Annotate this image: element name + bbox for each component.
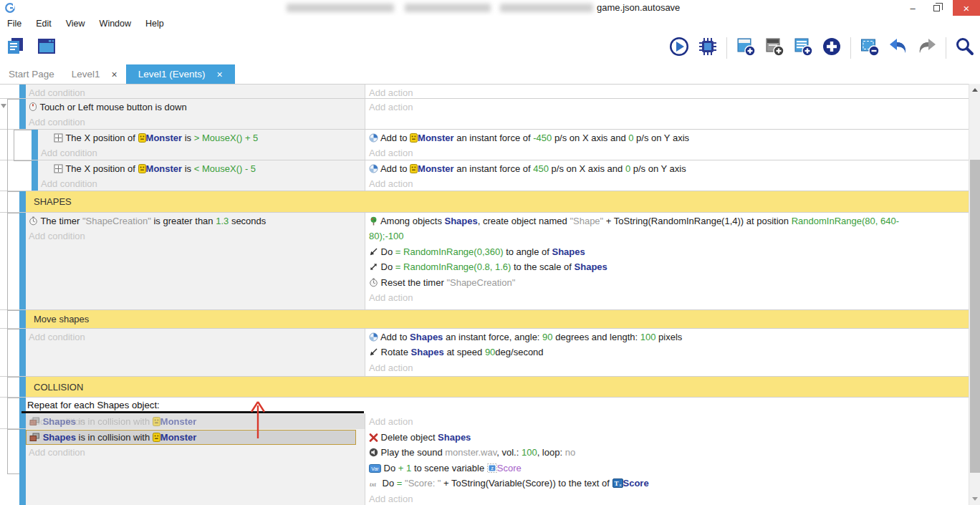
text-segment: p/s on Y axis (633, 133, 689, 143)
menu-edit[interactable]: Edit (29, 16, 59, 32)
add-condition-button[interactable]: Add condition (38, 145, 365, 160)
placeholder-label: Add action (369, 362, 413, 373)
add-condition-button[interactable]: Add condition (26, 229, 365, 244)
menu-file[interactable]: File (0, 16, 29, 32)
event-bar[interactable] (19, 377, 26, 397)
text-segment: Add to (378, 163, 410, 174)
event-bar[interactable] (19, 329, 26, 376)
add-event-button[interactable] (734, 36, 758, 60)
vertical-scrollbar[interactable] (969, 84, 980, 505)
tab-close-icon[interactable]: × (217, 69, 223, 80)
event-bar[interactable] (19, 99, 26, 129)
add-action-button[interactable]: Add action (365, 176, 969, 191)
action-line[interactable]: Among objects Shapes, create object name… (365, 213, 969, 229)
condition-line-selected[interactable]: Shapes is in collision with Monster (26, 430, 356, 445)
add-other-event-button[interactable] (820, 36, 844, 60)
triangle-down-icon (972, 497, 978, 501)
event-bar[interactable] (19, 213, 26, 309)
text-segment: Play the sound (378, 447, 445, 458)
event-bar[interactable] (19, 310, 26, 328)
scroll-up-button[interactable] (969, 84, 980, 96)
action-line[interactable]: Rotate Shapes at speed 90deg/second (365, 345, 969, 360)
event-bar[interactable] (32, 160, 38, 191)
search-button[interactable] (953, 36, 977, 60)
text-segment: is in collision with (76, 416, 153, 427)
scroll-down-button[interactable] (969, 493, 980, 505)
maximize-button[interactable] (926, 0, 947, 16)
add-comment-button[interactable] (791, 36, 815, 60)
group-header[interactable]: Move shapes (26, 310, 969, 328)
open-project-button[interactable] (4, 36, 29, 60)
group-header[interactable]: COLLISION (26, 377, 969, 397)
tab-close-icon[interactable]: × (112, 69, 117, 80)
condition-line[interactable]: The X position of Monster is > MouseX() … (38, 130, 365, 145)
undo-button[interactable] (886, 36, 911, 60)
add-subevent-button[interactable] (762, 36, 787, 60)
scene-editor-button[interactable] (34, 36, 59, 60)
action-line[interactable]: txt Do = "Score: " + ToString(Variable(S… (365, 476, 969, 491)
condition-line[interactable]: Touch or Left mouse button is down (26, 100, 365, 115)
add-action-button[interactable]: Add action (365, 491, 969, 505)
placeholder-label: Add condition (29, 117, 85, 128)
placeholder-label: Add action (369, 292, 413, 303)
text-segment: Score (623, 478, 649, 489)
redo-button[interactable] (915, 36, 939, 60)
tree-line (7, 473, 19, 474)
actions-cell: Delete object Shapes Play the sound mons… (365, 429, 969, 505)
close-button[interactable]: × (953, 0, 980, 16)
text-segment: , loop: (537, 447, 565, 458)
text-segment: Among objects (378, 216, 445, 226)
action-line[interactable]: 80);-100 (365, 229, 969, 244)
add-condition-button[interactable]: Add condition (26, 115, 365, 130)
tab-level1[interactable]: Level1× (63, 64, 126, 84)
event-gutter (0, 191, 19, 212)
add-action-button[interactable]: Add action (365, 100, 969, 115)
add-condition-button[interactable]: Add condition (38, 176, 365, 191)
action-line[interactable]: Add to Shapes an instant force, angle: 9… (365, 330, 969, 345)
monster-icon (410, 133, 418, 143)
redacted-title-text (500, 4, 593, 12)
condition-line[interactable]: The timer "ShapeCreation" is greater tha… (26, 213, 365, 229)
event-bar[interactable] (19, 429, 26, 505)
action-line[interactable]: Do = RandomInRange(0,360) to angle of Sh… (365, 244, 969, 259)
tab-start-page[interactable]: Start Page (0, 64, 63, 84)
preview-button[interactable] (667, 36, 691, 60)
add-action-button[interactable]: Add action (365, 414, 969, 429)
scrollbar-thumb[interactable] (970, 160, 980, 473)
add-action-button[interactable]: Add action (365, 290, 969, 305)
event-bar[interactable] (19, 85, 26, 98)
action-line[interactable]: Play the sound monster.wav, vol.: 100, l… (365, 445, 969, 460)
add-action-button[interactable]: Add action (365, 360, 969, 375)
text-segment: p/s on Y axis (630, 163, 686, 174)
menu-window[interactable]: Window (92, 16, 138, 32)
group-header[interactable]: SHAPES (26, 191, 969, 212)
tab-level1-events-[interactable]: Level1 (Events)× (126, 64, 235, 84)
add-condition-button[interactable]: Add condition (26, 445, 365, 460)
collapse-arrow-icon[interactable] (1, 104, 6, 108)
toolbar-separator (850, 37, 851, 59)
conditions-cell: Shapes is in collision with MonsterAdd c… (26, 429, 365, 505)
text-segment: + ToString(Variable(Score)) to the text … (441, 478, 612, 489)
event-bar[interactable] (19, 191, 26, 212)
action-line[interactable]: Delete object Shapes (365, 430, 969, 445)
action-line[interactable]: Reset the timer "ShapeCreation" (365, 275, 969, 290)
action-line[interactable]: Add to Monster an instant force of -450 … (365, 130, 969, 145)
placeholder-label: Add condition (29, 87, 85, 98)
menu-view[interactable]: View (59, 16, 92, 32)
minimize-button[interactable]: – (903, 0, 923, 16)
placeholder-label: Add condition (41, 178, 97, 189)
action-line[interactable]: Add to Monster an instant force of 450 p… (365, 161, 969, 176)
debug-button[interactable] (696, 36, 720, 60)
delete-event-button[interactable] (858, 36, 882, 60)
action-line[interactable]: Do = RandomInRange(0.8, 1.6) to the scal… (365, 259, 969, 274)
red-up-arrow-annotation (247, 400, 269, 444)
event-bar[interactable] (32, 130, 38, 160)
undo-icon (887, 35, 910, 61)
placeholder-label: Add action (369, 87, 413, 98)
tab-label: Level1 (72, 69, 100, 80)
add-condition-button[interactable]: Add condition (26, 330, 365, 345)
condition-line[interactable]: The X position of Monster is < MouseX() … (38, 161, 365, 176)
action-line[interactable]: Var Do + 1 to scene variable zScore (365, 461, 969, 476)
menu-help[interactable]: Help (138, 16, 171, 32)
add-action-button[interactable]: Add action (365, 145, 969, 160)
